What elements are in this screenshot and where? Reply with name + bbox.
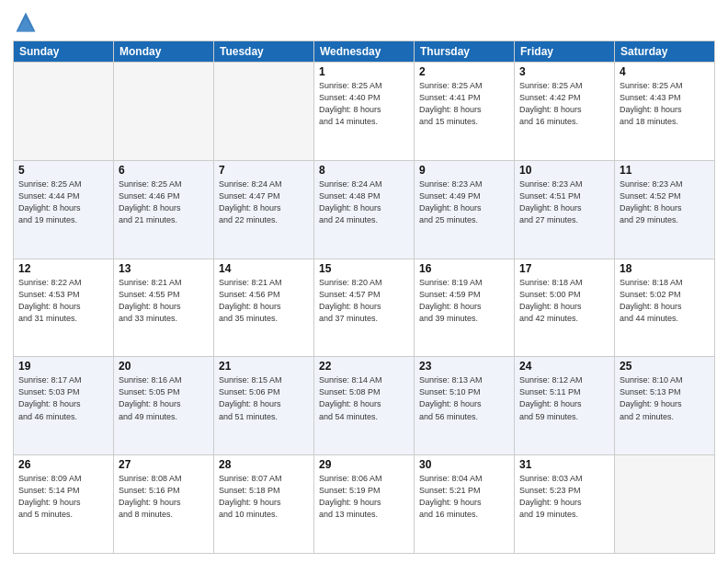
day-number: 20 xyxy=(119,360,209,373)
day-number: 15 xyxy=(319,262,409,275)
day-info: Sunrise: 8:09 AM Sunset: 5:14 PM Dayligh… xyxy=(18,473,108,521)
calendar-cell: 18Sunrise: 8:18 AM Sunset: 5:02 PM Dayli… xyxy=(615,259,715,357)
weekday-header-friday: Friday xyxy=(515,41,615,63)
calendar-week-row: 26Sunrise: 8:09 AM Sunset: 5:14 PM Dayli… xyxy=(14,455,715,554)
day-number: 17 xyxy=(519,262,609,275)
day-number: 28 xyxy=(219,458,309,471)
calendar-cell: 10Sunrise: 8:23 AM Sunset: 4:51 PM Dayli… xyxy=(515,160,615,259)
page: SundayMondayTuesdayWednesdayThursdayFrid… xyxy=(0,0,728,563)
calendar-cell: 21Sunrise: 8:15 AM Sunset: 5:06 PM Dayli… xyxy=(214,357,314,455)
day-info: Sunrise: 8:13 AM Sunset: 5:10 PM Dayligh… xyxy=(419,374,509,422)
day-number: 6 xyxy=(119,164,209,177)
calendar-week-row: 5Sunrise: 8:25 AM Sunset: 4:44 PM Daylig… xyxy=(14,160,715,259)
day-info: Sunrise: 8:25 AM Sunset: 4:43 PM Dayligh… xyxy=(620,80,710,128)
day-number: 2 xyxy=(419,65,509,78)
day-info: Sunrise: 8:24 AM Sunset: 4:47 PM Dayligh… xyxy=(219,178,309,226)
day-number: 8 xyxy=(319,164,409,177)
calendar-cell: 5Sunrise: 8:25 AM Sunset: 4:44 PM Daylig… xyxy=(14,160,114,259)
day-number: 22 xyxy=(319,360,409,373)
calendar-cell: 22Sunrise: 8:14 AM Sunset: 5:08 PM Dayli… xyxy=(314,357,415,455)
day-info: Sunrise: 8:08 AM Sunset: 5:16 PM Dayligh… xyxy=(119,473,209,521)
day-info: Sunrise: 8:22 AM Sunset: 4:53 PM Dayligh… xyxy=(18,277,108,325)
calendar-cell: 3Sunrise: 8:25 AM Sunset: 4:42 PM Daylig… xyxy=(515,63,615,161)
calendar-cell: 12Sunrise: 8:22 AM Sunset: 4:53 PM Dayli… xyxy=(14,259,114,357)
day-number: 4 xyxy=(620,65,710,78)
day-number: 31 xyxy=(519,458,609,471)
calendar-cell: 20Sunrise: 8:16 AM Sunset: 5:05 PM Dayli… xyxy=(114,357,214,455)
day-number: 11 xyxy=(620,164,710,177)
day-info: Sunrise: 8:18 AM Sunset: 5:00 PM Dayligh… xyxy=(519,277,609,325)
day-info: Sunrise: 8:21 AM Sunset: 4:55 PM Dayligh… xyxy=(119,277,209,325)
logo-icon xyxy=(13,9,39,35)
day-number: 21 xyxy=(219,360,309,373)
calendar-cell: 24Sunrise: 8:12 AM Sunset: 5:11 PM Dayli… xyxy=(515,357,615,455)
logo xyxy=(13,9,42,35)
header xyxy=(13,9,715,35)
calendar-week-row: 19Sunrise: 8:17 AM Sunset: 5:03 PM Dayli… xyxy=(14,357,715,455)
day-info: Sunrise: 8:06 AM Sunset: 5:19 PM Dayligh… xyxy=(319,473,409,521)
calendar-cell: 15Sunrise: 8:20 AM Sunset: 4:57 PM Dayli… xyxy=(314,259,415,357)
day-number: 5 xyxy=(18,164,108,177)
day-number: 18 xyxy=(620,262,710,275)
day-info: Sunrise: 8:04 AM Sunset: 5:21 PM Dayligh… xyxy=(419,473,509,521)
calendar-cell: 13Sunrise: 8:21 AM Sunset: 4:55 PM Dayli… xyxy=(114,259,214,357)
day-info: Sunrise: 8:07 AM Sunset: 5:18 PM Dayligh… xyxy=(219,473,309,521)
day-number: 24 xyxy=(519,360,609,373)
day-number: 1 xyxy=(319,65,409,78)
calendar-cell: 17Sunrise: 8:18 AM Sunset: 5:00 PM Dayli… xyxy=(515,259,615,357)
day-number: 13 xyxy=(119,262,209,275)
weekday-header-wednesday: Wednesday xyxy=(314,41,415,63)
calendar-table: SundayMondayTuesdayWednesdayThursdayFrid… xyxy=(13,40,715,554)
day-info: Sunrise: 8:23 AM Sunset: 4:49 PM Dayligh… xyxy=(419,178,509,226)
calendar-cell: 29Sunrise: 8:06 AM Sunset: 5:19 PM Dayli… xyxy=(314,455,415,554)
day-number: 12 xyxy=(18,262,108,275)
day-info: Sunrise: 8:25 AM Sunset: 4:46 PM Dayligh… xyxy=(119,178,209,226)
day-number: 26 xyxy=(18,458,108,471)
calendar-cell xyxy=(114,63,214,161)
weekday-header-thursday: Thursday xyxy=(415,41,515,63)
weekday-header-tuesday: Tuesday xyxy=(214,41,314,63)
day-number: 27 xyxy=(119,458,209,471)
calendar-week-row: 12Sunrise: 8:22 AM Sunset: 4:53 PM Dayli… xyxy=(14,259,715,357)
day-number: 30 xyxy=(419,458,509,471)
calendar-cell: 2Sunrise: 8:25 AM Sunset: 4:41 PM Daylig… xyxy=(415,63,515,161)
calendar-cell: 14Sunrise: 8:21 AM Sunset: 4:56 PM Dayli… xyxy=(214,259,314,357)
weekday-header-sunday: Sunday xyxy=(14,41,114,63)
day-info: Sunrise: 8:15 AM Sunset: 5:06 PM Dayligh… xyxy=(219,374,309,422)
calendar-cell: 7Sunrise: 8:24 AM Sunset: 4:47 PM Daylig… xyxy=(214,160,314,259)
calendar-cell: 19Sunrise: 8:17 AM Sunset: 5:03 PM Dayli… xyxy=(14,357,114,455)
calendar-cell: 6Sunrise: 8:25 AM Sunset: 4:46 PM Daylig… xyxy=(114,160,214,259)
calendar-cell: 9Sunrise: 8:23 AM Sunset: 4:49 PM Daylig… xyxy=(415,160,515,259)
day-number: 19 xyxy=(18,360,108,373)
calendar-cell: 23Sunrise: 8:13 AM Sunset: 5:10 PM Dayli… xyxy=(415,357,515,455)
day-info: Sunrise: 8:03 AM Sunset: 5:23 PM Dayligh… xyxy=(519,473,609,521)
calendar-cell: 31Sunrise: 8:03 AM Sunset: 5:23 PM Dayli… xyxy=(515,455,615,554)
day-info: Sunrise: 8:24 AM Sunset: 4:48 PM Dayligh… xyxy=(319,178,409,226)
day-number: 16 xyxy=(419,262,509,275)
weekday-header-monday: Monday xyxy=(114,41,214,63)
day-number: 3 xyxy=(519,65,609,78)
calendar-cell: 4Sunrise: 8:25 AM Sunset: 4:43 PM Daylig… xyxy=(615,63,715,161)
calendar-cell: 30Sunrise: 8:04 AM Sunset: 5:21 PM Dayli… xyxy=(415,455,515,554)
day-number: 7 xyxy=(219,164,309,177)
calendar-cell xyxy=(214,63,314,161)
day-info: Sunrise: 8:25 AM Sunset: 4:40 PM Dayligh… xyxy=(319,80,409,128)
day-info: Sunrise: 8:19 AM Sunset: 4:59 PM Dayligh… xyxy=(419,277,509,325)
weekday-header-row: SundayMondayTuesdayWednesdayThursdayFrid… xyxy=(14,41,715,63)
calendar-cell: 8Sunrise: 8:24 AM Sunset: 4:48 PM Daylig… xyxy=(314,160,415,259)
calendar-cell: 16Sunrise: 8:19 AM Sunset: 4:59 PM Dayli… xyxy=(415,259,515,357)
day-number: 25 xyxy=(620,360,710,373)
calendar-cell xyxy=(615,455,715,554)
day-number: 10 xyxy=(519,164,609,177)
day-number: 23 xyxy=(419,360,509,373)
day-info: Sunrise: 8:16 AM Sunset: 5:05 PM Dayligh… xyxy=(119,374,209,422)
day-info: Sunrise: 8:18 AM Sunset: 5:02 PM Dayligh… xyxy=(620,277,710,325)
day-number: 14 xyxy=(219,262,309,275)
day-info: Sunrise: 8:25 AM Sunset: 4:44 PM Dayligh… xyxy=(18,178,108,226)
day-info: Sunrise: 8:10 AM Sunset: 5:13 PM Dayligh… xyxy=(620,374,710,422)
day-info: Sunrise: 8:25 AM Sunset: 4:41 PM Dayligh… xyxy=(419,80,509,128)
day-info: Sunrise: 8:17 AM Sunset: 5:03 PM Dayligh… xyxy=(18,374,108,422)
day-info: Sunrise: 8:21 AM Sunset: 4:56 PM Dayligh… xyxy=(219,277,309,325)
day-info: Sunrise: 8:25 AM Sunset: 4:42 PM Dayligh… xyxy=(519,80,609,128)
day-number: 29 xyxy=(319,458,409,471)
